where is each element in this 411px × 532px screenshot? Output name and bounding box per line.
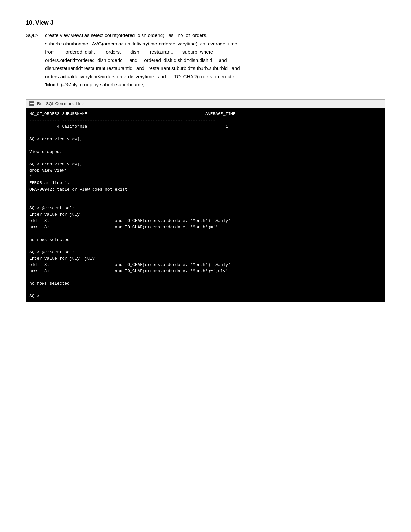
- svg-rect-3: [30, 104, 34, 104]
- svg-rect-1: [30, 103, 34, 103]
- sql-desc-line-1: create view viewJ as select count(ordere…: [45, 31, 385, 40]
- section-title: 10. View J: [26, 19, 385, 26]
- sql-desc-line-4: orders.orderid=ordered_dish.orderid and …: [45, 56, 385, 64]
- sql-label: SQL>: [26, 31, 45, 89]
- terminal-title-text: Run SQL Command Line: [37, 101, 84, 106]
- sql-desc-line-7: 'Month')='&July' group by suburb.suburbn…: [45, 81, 385, 89]
- sql-description: SQL> create view viewJ as select count(o…: [26, 31, 385, 89]
- terminal-wrapper: Run SQL Command Line NO_OF_ORDERS SUBURB…: [26, 99, 385, 302]
- sql-desc-line-2: suburb.suburbname, AVG(orders.actualdeli…: [45, 40, 385, 48]
- sql-desc-line-6: orders.actualdeliverytime>orders.orderde…: [45, 73, 385, 81]
- terminal-body: NO_OF_ORDERS SUBURBNAME AVERAGE_TIME ---…: [26, 108, 385, 302]
- sql-text-block: create view viewJ as select count(ordere…: [45, 31, 385, 89]
- terminal-icon: [29, 101, 34, 106]
- sql-desc-line-5: dish.restaurantid=restaurant.restauranti…: [45, 64, 385, 73]
- svg-rect-2: [30, 103, 34, 104]
- sql-desc-line-3: from ordered_dish, orders, dish, restaur…: [45, 48, 385, 56]
- terminal-titlebar: Run SQL Command Line: [26, 100, 385, 108]
